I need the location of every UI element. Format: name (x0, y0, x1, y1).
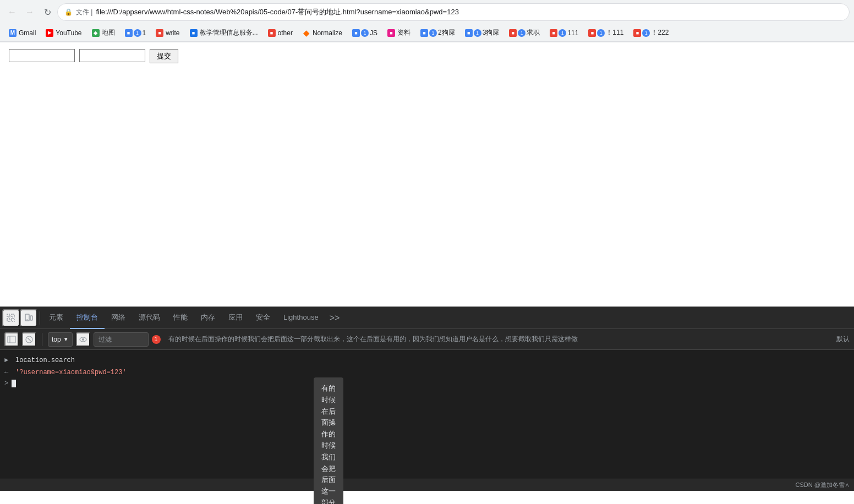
console-row-2: ← '?username=xiaomiao&pwd=123' (0, 366, 854, 379)
inspect-icon-btn[interactable] (2, 309, 20, 327)
111b-badge: 1 (597, 29, 605, 37)
address-bar[interactable]: 🔒 文件 | file:///D:/appserv/www/html-css-n… (57, 3, 850, 21)
devtools-toolbar: top ▼ 1 有的时候在后面操作的时候我们会把后面这一部分截取出来，这个在后面… (0, 329, 854, 350)
chevron-down-icon: ▼ (63, 336, 69, 342)
console-input-row: > (0, 379, 854, 388)
tab-elements[interactable]: 元素 (42, 307, 70, 329)
svg-rect-5 (30, 316, 32, 320)
ziliao-icon: ■ (387, 29, 395, 37)
devtools-separator (40, 311, 40, 325)
bookmark-other[interactable]: ■ other (264, 28, 297, 39)
3gou-badge: 1 (474, 29, 481, 37)
lock-icon: 🔒 (64, 8, 73, 16)
filter-input[interactable] (94, 332, 149, 347)
bookmark-label-normalize: Normalize (313, 29, 342, 37)
bookmark-label-3gou: 3狗屎 (483, 28, 500, 37)
console-prompt: > (4, 380, 8, 387)
default-label: 默认 (836, 335, 850, 344)
bookmark-js[interactable]: ■ 1 JS (348, 28, 382, 39)
gmail-icon: M (9, 29, 17, 37)
forward-button[interactable]: → (22, 4, 37, 20)
console-row-1: ► location.search (0, 354, 854, 366)
tab-network[interactable]: 网络 (105, 307, 132, 329)
2gou-icon: ■ (420, 29, 428, 37)
bookmark-label-111b: ！111 (606, 28, 623, 37)
console-text-2: '?username=xiaomiao&pwd=123' (15, 368, 127, 377)
bookmark-label-ziliao: 资料 (397, 28, 410, 37)
youtube-icon: ▶ (46, 29, 53, 37)
bookmark-youtube[interactable]: ▶ YouTube (41, 28, 86, 39)
password-input[interactable] (79, 49, 145, 62)
url-text: file:///D:/appserv/www/html-css-notes/We… (96, 7, 842, 17)
bookmark-qiuzhi[interactable]: ■ 1 求职 (505, 26, 544, 39)
tab-security[interactable]: 安全 (249, 307, 277, 329)
bookmark-1[interactable]: ■ 1 1 (121, 28, 151, 39)
111a-icon: ■ (550, 29, 557, 37)
222-badge: 1 (642, 29, 650, 37)
bookmark-111b[interactable]: ■ 1 ！111 (584, 26, 628, 39)
bookmark-2gou[interactable]: ■ 1 2狗屎 (416, 26, 459, 39)
console-cursor (12, 380, 16, 387)
devtools-panel: 元素 控制台 网络 源代码 性能 内存 应用 安全 Lighthouse >> (0, 306, 854, 491)
bookmark-222[interactable]: ■ 1 ！222 (629, 26, 673, 39)
bookmark-maps[interactable]: ◆ 地图 (87, 26, 119, 39)
status-bar: CSDN @激加冬雪∧ (0, 479, 854, 491)
normalize-icon: ◆ (303, 29, 310, 37)
qiuzhi-badge: 1 (518, 29, 525, 37)
username-input[interactable] (9, 49, 75, 62)
tab-application[interactable]: 应用 (222, 307, 249, 329)
back-button[interactable]: ← (4, 4, 20, 20)
bookmark-jxgl[interactable]: ■ 教学管理信息服务... (185, 26, 262, 39)
nav-bar: ← → ↻ 🔒 文件 | file:///D:/appserv/www/html… (0, 0, 854, 24)
bookmark1-badge: 1 (134, 29, 141, 37)
more-tabs-button[interactable]: >> (325, 313, 344, 323)
js-icon: ■ (352, 29, 360, 37)
file-label: 文件 | (76, 8, 92, 17)
svg-point-12 (82, 338, 84, 341)
jxgl-icon: ■ (190, 29, 198, 37)
console-content: ► location.search ← '?username=xiaomiao&… (0, 350, 854, 479)
bookmark-write[interactable]: ■ write (151, 28, 184, 39)
bookmark-3gou[interactable]: ■ 1 3狗屎 (461, 26, 504, 39)
sidebar-toggle-btn[interactable] (4, 332, 19, 347)
device-icon-btn[interactable] (20, 309, 37, 327)
bookmark1-icon: ■ (125, 29, 133, 37)
bookmark-label-111a: 111 (567, 29, 578, 37)
svg-line-10 (28, 338, 31, 341)
111a-badge: 1 (559, 29, 566, 37)
tab-lighthouse[interactable]: Lighthouse (277, 307, 325, 329)
context-value: top (52, 336, 61, 343)
3gou-icon: ■ (465, 29, 473, 37)
tab-memory[interactable]: 内存 (194, 307, 222, 329)
write-icon: ■ (156, 29, 163, 37)
submit-button[interactable]: 提交 (150, 49, 178, 63)
bookmark-111a[interactable]: ■ 1 111 (545, 28, 583, 39)
qiuzhi-icon: ■ (509, 29, 517, 37)
bookmark-gmail[interactable]: M Gmail (4, 28, 40, 39)
bookmark-normalize[interactable]: ◆ Normalize (298, 28, 347, 39)
tab-console[interactable]: 控制台 (70, 307, 105, 329)
bookmark-label-1: 1 (143, 29, 146, 37)
reload-button[interactable]: ↻ (40, 4, 55, 20)
page-content: 提交 (0, 42, 854, 306)
svg-rect-0 (7, 314, 10, 317)
tab-sources[interactable]: 源代码 (132, 307, 167, 329)
svg-rect-7 (8, 336, 15, 343)
bookmark-label-write: write (166, 29, 179, 37)
status-text: CSDN @激加冬雪∧ (796, 481, 850, 489)
svg-rect-1 (7, 319, 10, 321)
expand-arrow-1[interactable]: ► (4, 355, 11, 365)
maps-icon: ◆ (92, 29, 100, 37)
222-icon: ■ (633, 29, 641, 37)
bookmark-label-other: other (278, 29, 293, 37)
bookmark-label-222: ！222 (651, 28, 669, 37)
context-selector[interactable]: top ▼ (48, 332, 73, 347)
bookmark-label-js: JS (370, 29, 377, 37)
clear-console-btn[interactable] (22, 332, 36, 347)
eye-icon-btn[interactable] (76, 332, 90, 347)
svg-rect-3 (12, 319, 14, 321)
svg-rect-2 (12, 314, 14, 317)
bookmark-label-gmail: Gmail (19, 29, 36, 37)
tab-performance[interactable]: 性能 (167, 307, 194, 329)
bookmark-ziliao[interactable]: ■ 资料 (383, 26, 415, 39)
